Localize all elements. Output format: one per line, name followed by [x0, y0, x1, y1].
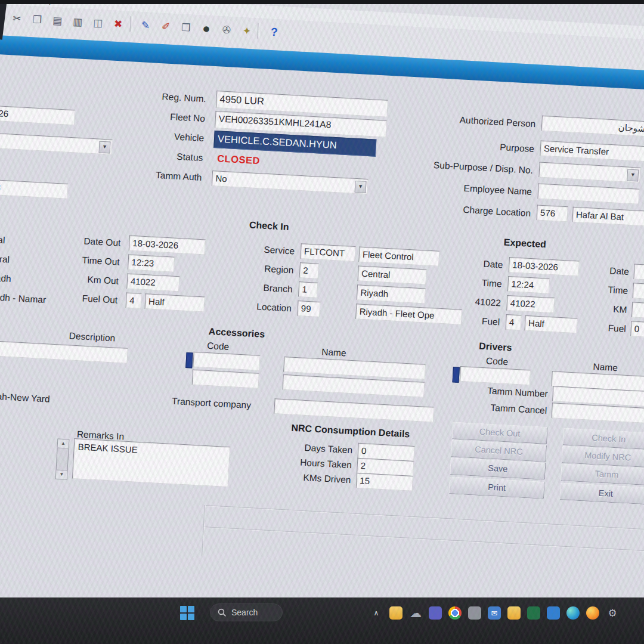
branch-label: Branch — [236, 281, 293, 295]
fuel-out-code-field[interactable]: 4 — [125, 292, 141, 308]
service-name-field[interactable]: Fleet Control — [358, 246, 439, 266]
kms-driven-field[interactable]: 15 — [356, 473, 413, 491]
exit-button[interactable]: Exit — [559, 482, 644, 504]
reg-num-label: Reg. Num. — [112, 89, 206, 105]
expected-fuel-field[interactable]: Half — [524, 315, 577, 334]
left-cut-field-1[interactable]: 26 — [0, 102, 75, 125]
far-km-field[interactable] — [631, 302, 644, 320]
branch-code-field[interactable]: 1 — [298, 281, 318, 298]
days-taken-label: Days Taken — [272, 441, 353, 456]
tamm-auth-label: Tamm Auth — [107, 167, 202, 183]
chevron-up-icon[interactable]: ∧ — [370, 606, 383, 620]
accessory-code-field[interactable] — [193, 352, 260, 371]
transport-company-field[interactable] — [274, 398, 434, 422]
authorized-person-label: Authorized Person — [409, 112, 536, 129]
accessory-code-field[interactable] — [192, 370, 259, 389]
left-cut-combo[interactable]: ▼ — [0, 129, 113, 154]
dropdown-arrow-icon[interactable]: ▼ — [355, 181, 367, 193]
charge-location-label: Charge Location — [404, 201, 531, 218]
location-code-field[interactable]: 99 — [297, 301, 320, 317]
far-time-label: Time — [574, 283, 628, 296]
location-label: Location — [234, 300, 292, 314]
scroll-up-icon[interactable]: ▲ — [58, 439, 69, 449]
expected-time-field[interactable]: 12:24 — [507, 276, 550, 294]
taskbar-search[interactable]: Search — [210, 603, 283, 621]
fuel-out-field[interactable]: Half — [144, 293, 205, 312]
system-tray: ∧ ☁ ✉ ⚙ — [370, 606, 619, 620]
far-date-field[interactable] — [633, 264, 644, 282]
file-explorer-icon[interactable] — [389, 606, 402, 620]
gear-icon[interactable]: ⚙ — [606, 606, 619, 620]
far-fuel-label: Fuel — [572, 321, 626, 335]
scroll-down-icon[interactable]: ▼ — [56, 470, 67, 479]
date-out-label: Date Out — [31, 233, 121, 249]
fleet-no-label: Fleet No — [111, 109, 206, 125]
photo-frame: Help ✂ ❐ ▤ ▥ ◫ ✖ ✎ ✐ ❒ ● ✇ ✦ ? 26 ▼ 3 — [0, 0, 644, 644]
drivers-title: Drivers — [459, 340, 531, 354]
charge-location-code-field[interactable]: 576 — [536, 205, 568, 222]
windows-taskbar — [0, 597, 644, 644]
purpose-label: Purpose — [408, 137, 535, 154]
time-out-field[interactable]: 12:23 — [128, 255, 175, 273]
transport-company-label: Transport company — [172, 396, 252, 411]
far-time-field[interactable] — [633, 283, 644, 301]
left-truncated-text: tral — [0, 254, 10, 265]
region-code-field[interactable]: 2 — [299, 262, 319, 279]
panel-divider — [205, 505, 644, 531]
expected-fuel-code-field[interactable]: 4 — [505, 314, 521, 330]
drivers-name-header: Name — [578, 361, 633, 374]
printer-icon[interactable] — [468, 606, 481, 620]
employee-name-field[interactable] — [537, 184, 639, 205]
onedrive-icon[interactable]: ☁ — [409, 606, 422, 620]
tamm-number-label: Tamm Number — [457, 384, 548, 400]
status-label: Status — [109, 147, 203, 163]
chrome-icon[interactable] — [448, 606, 462, 620]
record-selector[interactable] — [185, 352, 193, 369]
driver-code-field[interactable] — [460, 366, 531, 385]
folder-icon[interactable] — [507, 606, 521, 620]
dropdown-arrow-icon[interactable]: ▼ — [627, 169, 639, 182]
expected-km-label: 41022 — [441, 295, 501, 308]
far-km-label: KM — [573, 302, 627, 315]
teams-icon[interactable] — [429, 606, 442, 620]
edge-icon[interactable] — [566, 606, 580, 620]
charge-location-name-field[interactable]: Hafar Al Bat — [572, 207, 644, 228]
nrc-title: NRC Consumption Details — [261, 421, 441, 441]
branch-name-field[interactable]: Riyadh — [357, 284, 426, 304]
sub-purpose-field[interactable]: ▼ — [538, 162, 640, 183]
expected-fuel-label: Fuel — [440, 314, 500, 327]
far-date-label: Date — [575, 264, 630, 277]
tamm-cancel-field[interactable] — [552, 402, 644, 424]
print-button[interactable]: Print — [448, 476, 544, 499]
region-name-field[interactable]: Central — [357, 265, 426, 284]
mail-icon[interactable]: ✉ — [488, 606, 501, 620]
record-selector[interactable] — [453, 367, 460, 383]
excel-icon[interactable] — [527, 606, 540, 620]
panel-divider — [203, 527, 644, 553]
tamm-button[interactable]: Tamm — [561, 463, 644, 485]
service-label: Service — [238, 243, 295, 256]
tamm-auth-value: No — [215, 173, 227, 184]
accessories-code-header: Code — [193, 340, 244, 354]
authorized-person-field[interactable]: شوجان — [541, 116, 644, 137]
km-out-label: Km Out — [29, 271, 119, 287]
remarks-scrollbar[interactable]: ▲ ▼ — [55, 439, 70, 480]
purpose-field[interactable]: Service Transfer — [540, 141, 644, 162]
store-icon[interactable] — [547, 606, 560, 620]
accessories-title: Accessories — [187, 325, 286, 341]
km-out-field[interactable]: 41022 — [126, 273, 179, 292]
remarks-in-field[interactable]: BREAK ISSUE — [72, 438, 230, 487]
drivers-code-header: Code — [472, 355, 522, 368]
kms-driven-label: KMs Driven — [270, 470, 351, 485]
expected-date-field[interactable]: 18-03-2026 — [509, 257, 580, 276]
start-button[interactable] — [180, 606, 194, 620]
firefox-icon[interactable] — [586, 606, 599, 620]
date-out-field[interactable]: 18-03-2026 — [129, 236, 206, 255]
left-cut-field-3[interactable]: 3 — [0, 176, 69, 199]
tamm-auth-field[interactable]: No ▼ — [212, 171, 369, 194]
far-fuel-code-field[interactable]: 0 — [630, 321, 644, 337]
vehicle-label: Vehicle — [110, 128, 205, 144]
monitor-bezel — [0, 0, 644, 4]
expected-km-field[interactable]: 41022 — [506, 295, 555, 313]
service-code-field[interactable]: FLTCONT — [300, 243, 355, 262]
